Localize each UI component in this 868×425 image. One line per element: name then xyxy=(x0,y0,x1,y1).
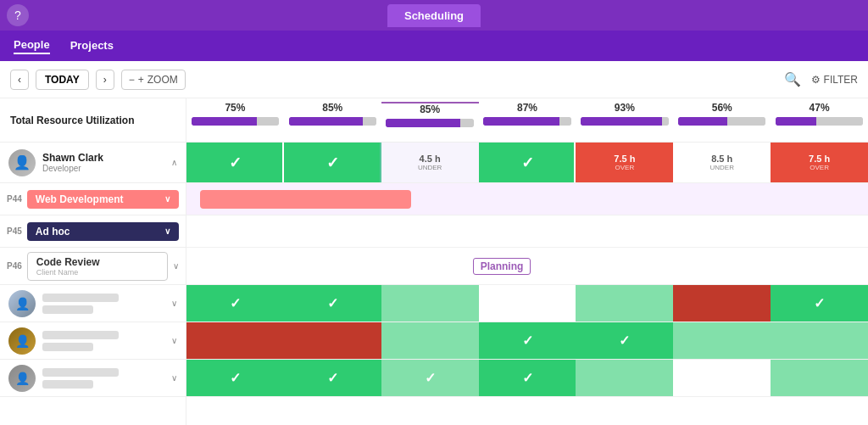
expand-icon-p45[interactable]: ∨ xyxy=(164,226,170,236)
task-label-p46[interactable]: Code Review Client Name xyxy=(27,252,168,281)
person-data-row-shawn: ✓ ✓ 4.5 h UNDER ✓ 7.5 h OVER xyxy=(186,143,868,183)
person-info-3 xyxy=(42,331,164,351)
avatar-shawn: 👤 xyxy=(8,149,36,176)
pct-bar-7 xyxy=(776,117,863,126)
bottom-cell-2-6 xyxy=(673,285,771,322)
grid-content: 75% 85% 85% xyxy=(186,98,868,425)
task-bar-row-p45 xyxy=(186,215,868,248)
check-c5: ✓ xyxy=(619,333,630,349)
cell-shawn-5: 7.5 h OVER xyxy=(576,143,673,182)
top-bar: ? Scheduling xyxy=(0,0,868,31)
check-icon-2: ✓ xyxy=(326,154,339,172)
bottom-cell-4-3: ✓ xyxy=(381,360,479,396)
task-sub-p46: Client Name xyxy=(36,268,79,277)
expand-icon-3[interactable]: ∨ xyxy=(171,336,177,345)
total-resource-label: Total Resource Utilization xyxy=(10,115,134,126)
pct-label-3: 85% xyxy=(420,103,440,115)
task-row-p45: P45 Ad hoc ∨ xyxy=(0,215,186,248)
cell-shawn-7: 7.5 h OVER xyxy=(771,143,868,182)
cell-under-label-1: UNDER xyxy=(418,164,442,171)
zoom-plus-icon[interactable]: + xyxy=(138,74,144,86)
check-d4: ✓ xyxy=(522,370,533,386)
pct-bar-3 xyxy=(386,119,473,127)
nav-people[interactable]: People xyxy=(14,38,50,54)
expand-icon-2[interactable]: ∨ xyxy=(171,299,177,308)
bottom-cell-2-7: ✓ xyxy=(771,285,868,322)
task-label-p44[interactable]: Web Development ∨ xyxy=(27,190,179,209)
bottom-cell-3-1 xyxy=(186,322,284,359)
expand-icon[interactable]: ∧ xyxy=(171,158,177,167)
person-info-shawn: Shawn Clark Developer xyxy=(42,152,164,173)
pct-bar-2 xyxy=(289,117,376,126)
avatar-4: 👤 xyxy=(8,365,36,392)
task-row-p46: P46 Code Review Client Name ∨ xyxy=(0,248,186,285)
pct-bar-1 xyxy=(192,117,279,126)
cell-shawn-6: 8.5 h UNDER xyxy=(673,143,771,182)
check-b1: ✓ xyxy=(230,295,241,311)
search-button[interactable]: 🔍 xyxy=(781,68,804,91)
filter-icon: ⚙ xyxy=(811,74,821,86)
col-header-5: 93% xyxy=(576,102,673,126)
pct-label-7: 47% xyxy=(810,102,830,114)
col-header-6: 56% xyxy=(673,102,771,126)
next-button[interactable]: › xyxy=(96,70,114,90)
pct-bar-5 xyxy=(581,117,668,126)
bottom-cell-4-1: ✓ xyxy=(186,360,284,396)
scheduling-tab[interactable]: Scheduling xyxy=(387,4,481,27)
expand-icon-p46[interactable]: ∨ xyxy=(173,261,179,271)
zoom-control[interactable]: − + ZOOM xyxy=(121,70,186,90)
pct-label-1: 75% xyxy=(225,102,245,114)
cell-under-value-2: 8.5 h xyxy=(711,154,732,164)
check-icon-1: ✓ xyxy=(229,154,242,172)
expand-icon-p44[interactable]: ∨ xyxy=(164,194,170,204)
bottom-cell-3-6 xyxy=(673,322,771,359)
person-role: Developer xyxy=(42,164,164,173)
bottom-cell-4-4: ✓ xyxy=(479,360,576,396)
cell-over-value-2: 7.5 h xyxy=(809,154,830,164)
zoom-label: ZOOM xyxy=(147,74,178,86)
pct-label-5: 93% xyxy=(615,102,635,114)
main-grid: Total Resource Utilization 👤 Shawn Clark… xyxy=(0,98,868,425)
col-header-4: 87% xyxy=(479,102,576,126)
cell-shawn-1: ✓ xyxy=(186,143,284,182)
bottom-row-3: ✓ ✓ xyxy=(186,322,868,360)
person-row-3: 👤 ∨ xyxy=(0,322,186,360)
bottom-row-4: ✓ ✓ ✓ ✓ xyxy=(186,360,868,397)
bottom-cell-4-7 xyxy=(771,360,868,396)
task-id-p45: P45 xyxy=(7,226,22,236)
bottom-cell-2-3 xyxy=(381,285,479,322)
cell-shawn-3: 4.5 h UNDER xyxy=(381,143,479,182)
person-row-2: 👤 ∨ xyxy=(0,285,186,322)
bottom-cell-2-4 xyxy=(479,285,576,322)
person-info-4 xyxy=(42,368,164,389)
check-c4: ✓ xyxy=(522,333,533,349)
planning-row: Planning xyxy=(186,248,868,285)
zoom-minus-icon[interactable]: − xyxy=(129,74,135,86)
filter-label: FILTER xyxy=(824,74,858,86)
today-button[interactable]: TODAY xyxy=(36,70,89,90)
expand-icon-4[interactable]: ∨ xyxy=(171,373,177,383)
task-bar-p44 xyxy=(200,190,411,209)
person-name: Shawn Clark xyxy=(42,152,164,164)
logo-icon: ? xyxy=(14,8,21,22)
task-id-p46: P46 xyxy=(7,261,22,271)
task-row-p44: P44 Web Development ∨ xyxy=(0,183,186,215)
bottom-cell-3-3 xyxy=(381,322,479,359)
planning-label: Planning xyxy=(473,258,531,275)
person-row-4: 👤 ∨ xyxy=(0,360,186,397)
nav-projects[interactable]: Projects xyxy=(70,39,114,53)
task-label-p45[interactable]: Ad hoc ∨ xyxy=(27,222,179,241)
search-icon: 🔍 xyxy=(784,72,801,87)
bottom-cell-4-6 xyxy=(673,360,771,396)
pct-bar-6 xyxy=(678,117,765,126)
filter-button[interactable]: ⚙ FILTER xyxy=(811,74,858,86)
prev-button[interactable]: ‹ xyxy=(10,70,29,90)
check-d2: ✓ xyxy=(327,370,338,386)
bottom-cell-2-1: ✓ xyxy=(186,285,284,322)
check-b2: ✓ xyxy=(327,295,338,311)
avatar-2: 👤 xyxy=(8,290,36,317)
logo: ? xyxy=(7,4,29,26)
bottom-cell-4-2: ✓ xyxy=(284,360,381,396)
bottom-cell-3-2 xyxy=(284,322,381,359)
bottom-cell-2-5 xyxy=(576,285,673,322)
